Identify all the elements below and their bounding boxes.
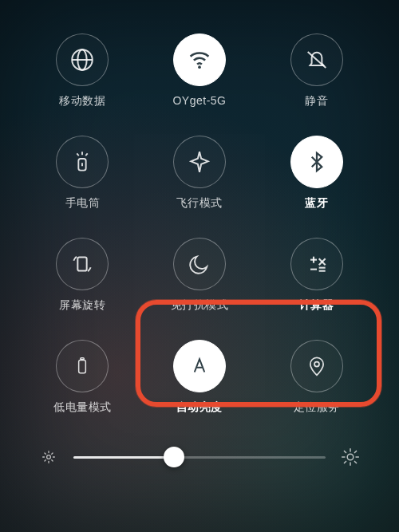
toggle-label: 低电量模式	[53, 400, 112, 415]
moon-icon	[173, 238, 226, 290]
svg-point-31	[347, 454, 354, 460]
toggle-label: OYget-5G	[172, 94, 226, 107]
flashlight-icon	[56, 136, 109, 188]
brightness-knob[interactable]	[164, 447, 184, 467]
toggle-auto-brightness[interactable]: 自动亮度	[141, 340, 259, 415]
toggle-label: 免打扰模式	[171, 298, 229, 313]
toggle-grid: 移动数据 OYget-5G 静音 手电筒 飞行模式	[0, 33, 399, 415]
control-center-screen: 移动数据 OYget-5G 静音 手电筒 飞行模式	[0, 0, 399, 532]
bell-off-icon	[290, 33, 343, 86]
toggle-flashlight[interactable]: 手电筒	[24, 136, 141, 211]
calculator-icon	[290, 238, 343, 290]
rotation-icon	[56, 238, 109, 290]
brightness-high-icon	[340, 447, 361, 467]
svg-line-8	[77, 153, 79, 156]
wifi-icon	[173, 33, 226, 86]
toggle-label: 静音	[305, 94, 328, 108]
svg-line-39	[354, 451, 356, 452]
toggle-label: 移动数据	[59, 94, 105, 108]
brightness-slider[interactable]	[38, 447, 361, 467]
svg-line-36	[344, 451, 346, 452]
svg-line-37	[354, 461, 356, 463]
airplane-icon	[173, 136, 226, 188]
toggle-mobile-data[interactable]: 移动数据	[24, 33, 141, 108]
toggle-label: 自动亮度	[176, 400, 223, 415]
toggle-label: 飞行模式	[176, 196, 223, 211]
svg-line-27	[45, 453, 45, 454]
brightness-track[interactable]	[73, 456, 326, 459]
svg-point-22	[47, 455, 51, 459]
svg-rect-18	[79, 360, 86, 372]
toggle-label: 定位服务	[294, 400, 340, 415]
svg-rect-10	[78, 258, 87, 271]
svg-line-30	[52, 453, 53, 454]
toggle-dnd[interactable]: 免打扰模式	[141, 238, 259, 313]
svg-line-9	[86, 153, 88, 156]
bluetooth-icon	[290, 136, 343, 188]
toggle-calculator[interactable]: 计算器	[258, 238, 375, 313]
toggle-label: 手电筒	[65, 196, 101, 211]
brightness-low-icon	[38, 447, 59, 467]
svg-line-28	[52, 460, 53, 461]
svg-point-21	[314, 362, 319, 367]
toggle-bluetooth[interactable]: 蓝牙	[258, 136, 375, 211]
toggle-label: 屏幕旋转	[59, 298, 105, 313]
toggle-label: 计算器	[299, 298, 334, 313]
brightness-fill	[73, 456, 174, 459]
globe-icon	[56, 33, 109, 86]
svg-line-29	[45, 460, 45, 461]
toggle-location[interactable]: 定位服务	[258, 340, 375, 415]
svg-point-3	[198, 65, 201, 69]
svg-rect-19	[81, 358, 84, 360]
toggle-mute[interactable]: 静音	[258, 33, 375, 108]
toggle-rotation[interactable]: 屏幕旋转	[24, 238, 141, 313]
auto-brightness-icon	[173, 340, 226, 392]
battery-icon	[56, 340, 109, 392]
toggle-airplane[interactable]: 飞行模式	[141, 136, 259, 211]
toggle-label: 蓝牙	[305, 196, 328, 211]
toggle-low-power[interactable]: 低电量模式	[24, 340, 141, 415]
svg-line-38	[344, 461, 346, 463]
location-icon	[290, 340, 343, 392]
toggle-wifi[interactable]: OYget-5G	[141, 33, 259, 108]
